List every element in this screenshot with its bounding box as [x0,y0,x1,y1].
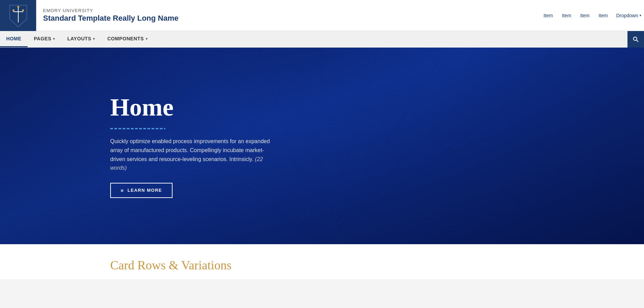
cards-section: Card Rows & Variations [0,244,644,279]
top-nav-item-4[interactable]: Item [595,11,611,20]
nav-components-label: COMPONENTS [107,36,144,41]
brand-area: EMORY UNIVERSITY Standard Template Reall… [0,0,178,31]
secondary-nav-items: HOME PAGES ▾ LAYOUTS ▾ COMPONENTS ▾ [0,31,627,47]
search-icon [632,36,639,43]
top-nav: Item Item Item Item Dropdown ▾ [540,11,644,20]
svg-point-3 [22,9,24,11]
hero-divider [110,128,165,129]
nav-home[interactable]: HOME [0,31,28,47]
svg-point-2 [12,9,14,11]
university-name: EMORY UNIVERSITY [43,8,178,13]
top-bar: EMORY UNIVERSITY Standard Template Reall… [0,0,644,31]
svg-line-6 [636,40,638,42]
secondary-nav: HOME PAGES ▾ LAYOUTS ▾ COMPONENTS ▾ [0,31,644,48]
nav-components-caret-icon: ▾ [146,37,148,41]
site-title: Standard Template Really Long Name [43,14,178,23]
top-nav-item-2[interactable]: Item [558,11,574,20]
nav-home-label: HOME [6,36,21,41]
hero-btn-chevron-icon: » [121,188,124,193]
top-nav-item-3[interactable]: Item [577,11,593,20]
logo-box [0,0,36,31]
hero-btn-label: LEARN MORE [127,188,162,193]
hero-description: Quickly optimize enabled process improve… [110,137,276,172]
svg-point-4 [17,6,19,8]
top-nav-dropdown-label: Dropdown [616,13,638,18]
cards-section-title: Card Rows & Variations [110,258,534,272]
nav-layouts-label: LAYOUTS [67,36,92,41]
dropdown-caret-icon: ▾ [640,13,641,17]
hero-section: Home Quickly optimize enabled process im… [0,48,644,244]
nav-pages[interactable]: PAGES ▾ [28,31,61,47]
hero-title: Home [110,94,276,121]
nav-layouts[interactable]: LAYOUTS ▾ [61,31,101,47]
top-nav-item-1[interactable]: Item [540,11,556,20]
nav-pages-caret-icon: ▾ [53,37,55,41]
nav-pages-label: PAGES [34,36,51,41]
top-nav-dropdown[interactable]: Dropdown ▾ [613,11,644,20]
brand-text: EMORY UNIVERSITY Standard Template Reall… [36,8,178,23]
hero-content: Home Quickly optimize enabled process im… [0,94,276,198]
search-button[interactable] [627,31,644,48]
nav-layouts-caret-icon: ▾ [93,37,95,41]
hero-learn-more-button[interactable]: » LEARN MORE [110,183,173,198]
nav-components[interactable]: COMPONENTS ▾ [101,31,154,47]
logo-icon [8,3,29,28]
